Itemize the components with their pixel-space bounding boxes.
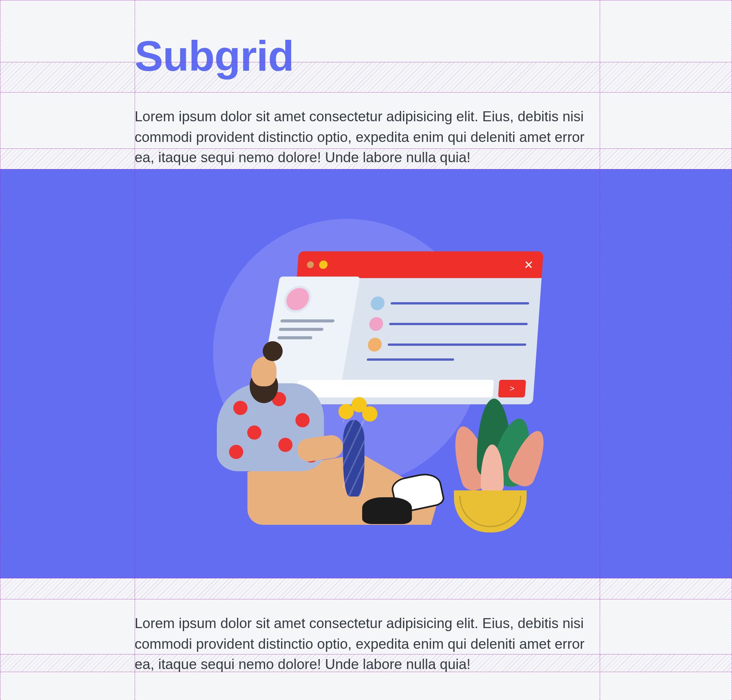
message-list: [367, 288, 530, 361]
hero-illustration: ✕: [0, 169, 732, 578]
person-illustration: [202, 360, 439, 532]
body-paragraph: Lorem ipsum dolor sit amet consectetur a…: [135, 613, 601, 675]
placeholder-line: [279, 328, 324, 331]
placeholder-line: [389, 323, 527, 325]
pot-icon: [454, 490, 527, 532]
flowers-icon: [338, 397, 377, 428]
close-icon: ✕: [523, 258, 534, 272]
grid-gap-band: [0, 578, 732, 599]
vase-icon: [343, 420, 364, 497]
page-title: Subgrid: [135, 33, 294, 80]
avatar-icon: [368, 338, 382, 352]
avatar-icon: [370, 296, 385, 310]
browser-titlebar: ✕: [297, 251, 543, 278]
traffic-light-icon: [319, 260, 328, 269]
placeholder-line: [388, 343, 526, 346]
avatar-icon: [282, 286, 313, 313]
placeholder-line: [280, 319, 335, 322]
placeholder-line: [390, 302, 529, 304]
intro-paragraph: Lorem ipsum dolor sit amet consectetur a…: [135, 106, 601, 168]
plant-illustration: [439, 402, 538, 532]
placeholder-line: [277, 336, 313, 339]
avatar-icon: [369, 317, 384, 331]
traffic-light-icon: [307, 261, 314, 268]
grid-gap-band: [0, 62, 732, 92]
send-button-icon: >: [498, 380, 526, 397]
